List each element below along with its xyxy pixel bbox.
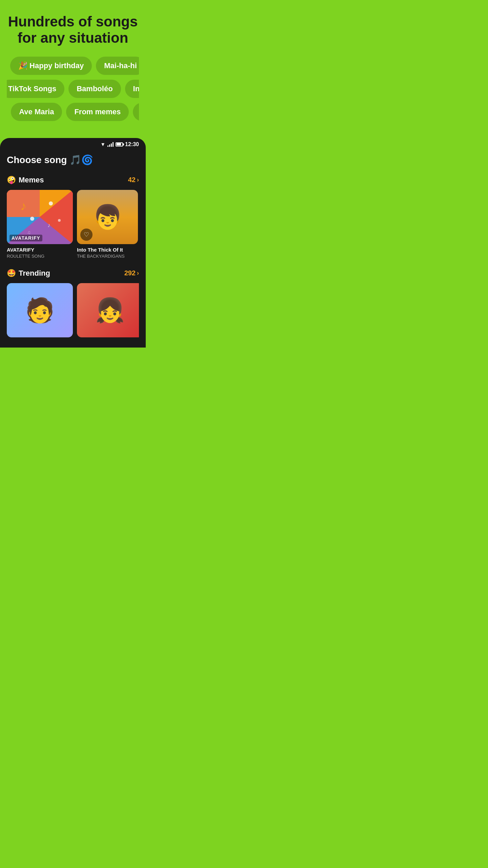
bottom-spacer bbox=[0, 337, 146, 348]
trending-card-2[interactable]: 👧 bbox=[77, 283, 139, 337]
trending-person-1-icon: 🧑 bbox=[25, 296, 55, 324]
trending-emoji: 🤩 bbox=[7, 269, 16, 278]
tag-bamboleo[interactable]: Bamboléo bbox=[68, 80, 121, 98]
song-card-backyardigans[interactable]: 👦 ♡ Into The Thick Of It THE BACKYARDIGA… bbox=[77, 190, 138, 259]
tag-row-3: y Ave Maria From memes The Cuppy bbox=[7, 103, 139, 121]
music-emoji: 🎵🌀 bbox=[69, 155, 93, 165]
tag-from-memes[interactable]: From memes bbox=[66, 103, 129, 121]
song-subtitle-avatarify: Roulette song bbox=[7, 254, 73, 259]
signal-icon bbox=[107, 142, 114, 147]
svg-point-7 bbox=[30, 217, 34, 221]
memes-section: 🤪 Memes 42 › bbox=[0, 172, 146, 262]
song-name-backyardigans: Into The Thick Of It bbox=[77, 247, 138, 253]
memes-section-header: 🤪 Memes 42 › bbox=[7, 176, 139, 184]
svg-point-8 bbox=[58, 219, 61, 222]
memes-chevron-icon: › bbox=[137, 176, 139, 183]
song-name-avatarify: AVATARIFY bbox=[7, 247, 73, 253]
trending-section-header: 🤩 Trending 292 › bbox=[7, 269, 139, 278]
avatarify-thumbnail: ♪ ♪ ♫ AVATARIFY bbox=[7, 190, 73, 244]
phone-header: Choose song 🎵🌀 bbox=[0, 151, 146, 172]
trending-chevron-icon: › bbox=[137, 270, 139, 277]
tag-mai-ha-hi[interactable]: Mai-ha-hi bbox=[96, 57, 139, 75]
svg-text:♪: ♪ bbox=[20, 199, 26, 213]
memes-emoji: 🤪 bbox=[7, 176, 16, 184]
trending-section: 🤩 Trending 292 › 🧑 👧 bbox=[0, 262, 146, 337]
tag-row-1: 🎉 Happy birthday Mai-ha-hi Macarena bbox=[7, 57, 139, 75]
status-time: 12:30 bbox=[125, 141, 139, 147]
memes-songs-row: ♪ ♪ ♫ AVATARIFY AVATARIFY Roulette song bbox=[7, 190, 139, 259]
trending-thumbnail-1: 🧑 bbox=[7, 283, 73, 337]
svg-point-6 bbox=[49, 201, 53, 205]
backyardigans-thumbnail: 👦 ♡ bbox=[77, 190, 138, 244]
trending-songs-row: 🧑 👧 🧔 bbox=[7, 283, 139, 337]
avatarify-logo-text: AVATARIFY bbox=[9, 235, 42, 241]
tag-row-2: TikTok Songs Bamboléo In Da Club Summe..… bbox=[7, 80, 139, 98]
song-card-avatarify[interactable]: ♪ ♪ ♫ AVATARIFY AVATARIFY Roulette song bbox=[7, 190, 73, 259]
choose-song-title: Choose song 🎵🌀 bbox=[7, 154, 139, 165]
phone-mockup: ▼ 12:30 Choose song 🎵🌀 🤪 Mem bbox=[0, 138, 146, 348]
memes-count[interactable]: 42 › bbox=[128, 176, 139, 184]
tag-tiktok[interactable]: TikTok Songs bbox=[7, 80, 64, 98]
svg-text:♪: ♪ bbox=[47, 222, 50, 229]
trending-card-1[interactable]: 🧑 bbox=[7, 283, 73, 337]
trending-person-2-icon: 👧 bbox=[95, 296, 125, 324]
song-subtitle-backyardigans: THE BACKYARDIGANS bbox=[77, 254, 138, 259]
heart-button-backyardigans[interactable]: ♡ bbox=[80, 229, 93, 241]
trending-count[interactable]: 292 › bbox=[124, 269, 139, 277]
svg-text:♫: ♫ bbox=[27, 230, 31, 235]
tag-ave-maria[interactable]: Ave Maria bbox=[11, 103, 62, 121]
trending-thumbnail-2: 👧 bbox=[77, 283, 139, 337]
status-bar-icons: ▼ 12:30 bbox=[100, 141, 139, 147]
battery-icon bbox=[116, 142, 123, 146]
wifi-icon: ▼ bbox=[100, 141, 105, 147]
tag-happy-birthday[interactable]: 🎉 Happy birthday bbox=[10, 57, 92, 75]
status-bar: ▼ 12:30 bbox=[0, 138, 146, 151]
hero-section: Hundreds of songs for any situation 🎉 Ha… bbox=[0, 0, 146, 138]
tag-cuppy[interactable]: The Cuppy bbox=[133, 103, 139, 121]
tags-container: 🎉 Happy birthday Mai-ha-hi Macarena TikT… bbox=[7, 57, 139, 121]
memes-section-title: 🤪 Memes bbox=[7, 176, 44, 184]
page-title: Hundreds of songs for any situation bbox=[7, 14, 139, 46]
tag-in-da-club[interactable]: In Da Club bbox=[125, 80, 139, 98]
trending-section-title: 🤩 Trending bbox=[7, 269, 50, 278]
